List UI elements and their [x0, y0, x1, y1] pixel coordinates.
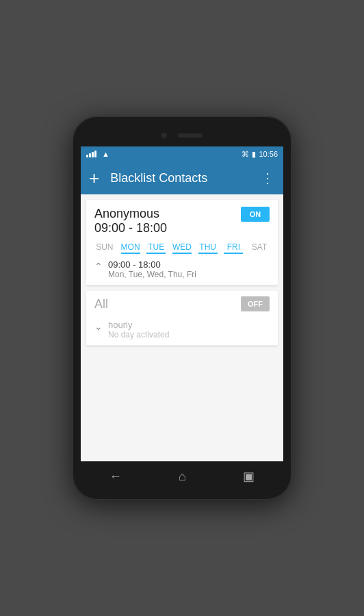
status-right: ⌘ ▮ 10:56	[242, 150, 278, 159]
hourly-info: hourly No day activated	[108, 320, 270, 339]
day-thu[interactable]: THU	[198, 242, 218, 254]
hourly-label: hourly	[108, 320, 270, 330]
contact-info: Anonymous 09:00 - 18:00	[94, 207, 167, 235]
signal-bar-3	[92, 152, 94, 157]
day-tue[interactable]: TUE	[146, 242, 166, 254]
day-sat[interactable]: SAT	[250, 242, 269, 254]
day-fri[interactable]: FRI	[224, 242, 243, 254]
app-bar: + Blacklist Contacts ⋮	[81, 162, 283, 194]
contact-name: Anonymous	[94, 207, 167, 221]
days-row: SUN MON TUE WED THU FRI SAT	[86, 238, 278, 257]
contact-time-range: 09:00 - 18:00	[94, 221, 167, 235]
schedule-info: 09:00 - 18:00 Mon, Tue, Wed, Thu, Fri	[108, 259, 270, 279]
anonymous-toggle[interactable]: ON	[241, 207, 270, 222]
recent-button[interactable]: ▣	[243, 469, 255, 484]
add-button[interactable]: +	[89, 169, 99, 187]
camera	[161, 133, 167, 138]
signal-bar-4	[94, 151, 96, 157]
anonymous-card: Anonymous 09:00 - 18:00 ON SUN MON TUE W…	[86, 200, 278, 285]
speaker	[178, 133, 203, 138]
day-mon[interactable]: MON	[121, 242, 140, 254]
card-header: Anonymous 09:00 - 18:00 ON	[86, 200, 278, 238]
status-left: ▲	[86, 150, 109, 158]
no-day-text: No day activated	[108, 330, 270, 339]
time-display: 10:56	[259, 150, 278, 158]
battery-icon: ▮	[252, 150, 256, 159]
all-card: All OFF ⌄ hourly No day activated	[86, 291, 278, 346]
schedule-row: ⌃ 09:00 - 18:00 Mon, Tue, Wed, Thu, Fri	[86, 257, 278, 285]
chevron-down-icon[interactable]: ⌄	[94, 321, 103, 332]
phone-top-bar	[81, 125, 283, 146]
status-bar: ▲ ⌘ ▮ 10:56	[81, 146, 283, 162]
schedule-days: Mon, Tue, Wed, Thu, Fri	[108, 270, 270, 279]
home-button[interactable]: ⌂	[179, 470, 186, 484]
signal-strength: ▲	[102, 150, 109, 158]
app-title: Blacklist Contacts	[110, 171, 250, 185]
chevron-up-icon[interactable]: ⌃	[94, 261, 103, 272]
schedule-time: 09:00 - 18:00	[108, 259, 270, 270]
hourly-row: ⌄ hourly No day activated	[86, 317, 278, 346]
wifi-icon: ⌘	[242, 150, 249, 159]
all-toggle[interactable]: OFF	[241, 296, 270, 311]
signal-bar-2	[89, 153, 91, 157]
more-button[interactable]: ⋮	[261, 171, 275, 185]
all-label: All	[94, 297, 108, 311]
day-sun[interactable]: SUN	[95, 242, 114, 254]
day-wed[interactable]: WED	[172, 242, 192, 254]
all-section: All OFF	[86, 291, 278, 317]
signal-bar-1	[86, 155, 88, 157]
bottom-nav: ← ⌂ ▣	[81, 461, 283, 491]
back-button[interactable]: ←	[109, 470, 122, 484]
content-area: Anonymous 09:00 - 18:00 ON SUN MON TUE W…	[81, 194, 283, 461]
